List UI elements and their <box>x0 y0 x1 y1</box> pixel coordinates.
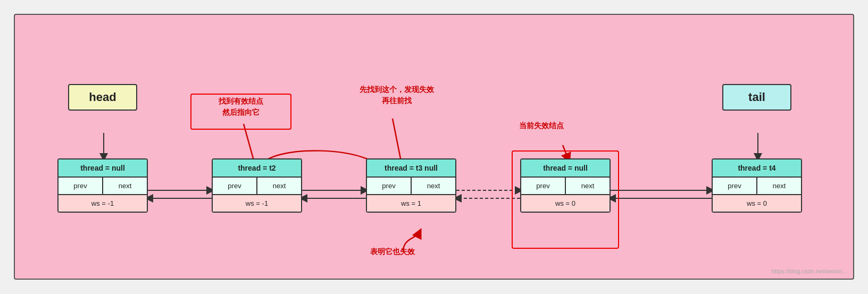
node-0-prev: prev <box>59 178 103 194</box>
node-1-next: next <box>257 178 301 194</box>
node-2-prev: prev <box>367 178 412 194</box>
node-0-next: next <box>103 178 147 194</box>
node-4-middle: prev next <box>713 178 801 195</box>
diagram-container: head tail thread = null prev next ws = -… <box>14 14 854 280</box>
node-4-prev: prev <box>713 178 757 194</box>
node-1: thread = t2 prev next ws = -1 <box>212 158 302 213</box>
node-4: thread = t4 prev next ws = 0 <box>712 158 802 213</box>
node-4-thread: thread = t4 <box>713 159 801 178</box>
node-3-prev: prev <box>521 178 566 194</box>
node-0-ws: ws = -1 <box>59 195 147 212</box>
node-3-ws: ws = 0 <box>521 195 610 212</box>
annot1-text: 找到有效结点然后指向它 <box>193 96 289 118</box>
node-2-ws: ws = 1 <box>367 195 455 212</box>
node-3: thread = null prev next ws = 0 <box>520 158 611 213</box>
node-1-thread: thread = t2 <box>213 159 301 178</box>
node-1-prev: prev <box>213 178 257 194</box>
node-3-middle: prev next <box>521 178 610 195</box>
node-3-thread: thread = null <box>521 159 610 178</box>
annot4-text: 表明它也失效 <box>350 246 435 257</box>
node-1-middle: prev next <box>213 178 301 195</box>
node-4-ws: ws = 0 <box>713 195 801 212</box>
annot2-text: 先找到这个，发现失效再往前找 <box>344 84 450 106</box>
node-2-middle: prev next <box>367 178 455 195</box>
node-2-next: next <box>412 178 455 194</box>
head-label: head <box>68 84 137 111</box>
node-2: thread = t3 null prev next ws = 1 <box>366 158 456 213</box>
annot3-text: 当前失效结点 <box>499 120 584 131</box>
node-4-next: next <box>757 178 801 194</box>
node-0: thread = null prev next ws = -1 <box>57 158 148 213</box>
arrows-svg <box>15 15 853 279</box>
tail-label-text: tail <box>748 90 765 104</box>
node-1-ws: ws = -1 <box>213 195 301 212</box>
node-0-middle: prev next <box>59 178 147 195</box>
tail-label: tail <box>722 84 791 111</box>
node-3-next: next <box>566 178 610 194</box>
head-label-text: head <box>89 90 116 104</box>
watermark: https://blog.csdn.net/weixin... <box>772 268 847 274</box>
node-2-thread: thread = t3 null <box>367 159 455 178</box>
node-0-thread: thread = null <box>59 159 147 178</box>
